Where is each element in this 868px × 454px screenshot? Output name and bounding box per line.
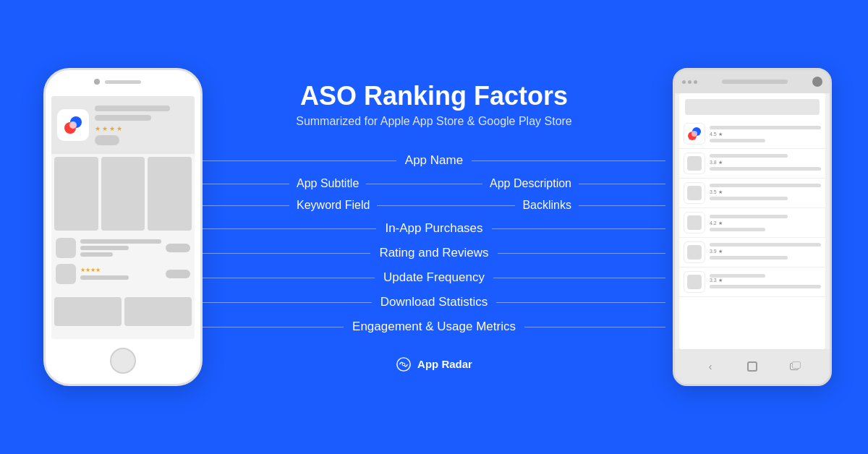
app-name-bar-2 — [95, 115, 151, 121]
app-info-left: ★ ★ ★ ★ — [95, 106, 189, 145]
factor-rating-reviews: Rating and Reviews — [289, 241, 579, 265]
android-list-item-4: 4.2 ★ — [679, 208, 825, 238]
factor-download-statistics: Download Statistics — [289, 290, 579, 314]
bottom-screens — [51, 294, 195, 329]
android-item-info-3: 3.5 ★ — [710, 184, 821, 202]
home-button — [110, 348, 136, 374]
android-bar-5b — [710, 256, 788, 260]
svg-point-5 — [402, 363, 405, 366]
factor-update-frequency: Update Frequency — [289, 265, 579, 290]
star: ★ — [95, 125, 101, 132]
stars-row-left: ★ ★ ★ ★ — [95, 125, 189, 132]
android-app-icon-1 — [684, 123, 705, 145]
center-content: ASO Ranking Factors Summarized for Apple… — [289, 82, 579, 372]
android-rating-1: 4.5 ★ — [710, 132, 821, 137]
android-list-item-5: 3.9 ★ — [679, 238, 825, 267]
factor-app-name: App Name — [289, 148, 579, 173]
android-app-icon-4 — [684, 212, 705, 234]
screenshots-section — [51, 154, 195, 234]
detail-bar-tiny — [80, 252, 113, 257]
app-name-bar — [95, 106, 170, 111]
android-rating-4: 4.2 ★ — [710, 220, 821, 226]
android-dots — [682, 80, 697, 84]
android-item-info-5: 3.9 ★ — [710, 243, 821, 262]
android-rating-2: 3.8 ★ — [710, 160, 821, 166]
bottom-screen-1 — [54, 297, 122, 326]
factor-engagement-metrics: Engagement & Usage Metrics — [289, 314, 579, 339]
android-bar-short — [710, 139, 765, 142]
android-search-bar — [685, 99, 820, 115]
android-list-item-6: 3.3 ★ — [679, 267, 825, 297]
phone-body-right: 4.5 ★ 3.8 ★ — [673, 68, 832, 386]
factor-subtitle-desc: App Subtitle App Description — [289, 173, 579, 194]
detail-info-1 — [80, 239, 161, 257]
main-container: ★ ★ ★ ★ — [0, 0, 868, 454]
android-rating-5: 3.9 ★ — [710, 249, 821, 254]
android-item-info-4: 4.2 ★ — [710, 215, 821, 231]
android-app-icon-5 — [684, 241, 705, 263]
factor-in-app-purchases: In-App Purchases — [289, 216, 579, 241]
app-radar-logo — [396, 356, 412, 372]
phone-body-left: ★ ★ ★ ★ — [43, 68, 203, 386]
bottom-screen-2 — [124, 297, 192, 326]
screen-left: ★ ★ ★ ★ — [51, 96, 195, 339]
factor-two-col-1: App Subtitle App Description — [289, 175, 579, 192]
brand-footer: App Radar — [289, 356, 579, 372]
star: ★ — [109, 125, 115, 132]
brand-name: App Radar — [417, 358, 472, 370]
detail-row-2: ★★★★ — [56, 264, 190, 284]
svg-point-8 — [692, 131, 697, 137]
android-dot-1 — [682, 80, 686, 84]
android-app-icon-2 — [684, 153, 705, 174]
android-bar — [710, 126, 821, 129]
detail-bar-short — [80, 246, 129, 250]
android-bar-5 — [710, 243, 821, 247]
screenshot-2 — [101, 157, 145, 231]
android-item-info-6: 3.3 ★ — [710, 274, 821, 291]
iphone-mockup-left: ★ ★ ★ ★ — [43, 68, 203, 386]
android-list-item-2: 3.8 ★ — [679, 149, 825, 179]
svg-point-3 — [69, 121, 77, 129]
get-button-mockup — [95, 135, 119, 145]
factor-two-col-2: Keyword Field Backlinks — [289, 197, 579, 214]
android-item-info-2: 3.8 ★ — [710, 154, 821, 173]
android-home-btn — [746, 362, 759, 371]
app-details-section: ★★★★ — [51, 234, 195, 294]
speaker-left — [105, 80, 141, 84]
android-bar-2b — [710, 167, 821, 171]
android-bar-4 — [710, 215, 788, 218]
android-camera — [812, 77, 822, 87]
android-bar-6b — [710, 285, 821, 288]
detail-btn-2 — [166, 270, 190, 278]
star: ★ — [102, 125, 108, 132]
android-bar-2 — [710, 154, 788, 158]
app-icon-left — [57, 109, 89, 141]
android-rating-3: 3.5 ★ — [710, 189, 821, 195]
android-bar-3b — [710, 197, 788, 200]
detail-btn — [166, 244, 190, 252]
page-subtitle: Summarized for Apple App Store & Google … — [289, 115, 579, 128]
android-bottom-bar: ‹ — [675, 349, 830, 384]
android-app-icon-6 — [684, 271, 705, 293]
android-bar-4b — [710, 228, 765, 231]
app-header-left: ★ ★ ★ ★ — [51, 96, 195, 154]
detail-row-1 — [56, 238, 190, 258]
android-item-info-1: 4.5 ★ — [710, 126, 821, 142]
detail-bar — [80, 239, 161, 244]
camera-left — [94, 79, 100, 85]
android-list-item-1: 4.5 ★ — [679, 119, 825, 149]
detail-bar-2 — [80, 275, 129, 280]
android-mockup-right: 4.5 ★ 3.8 ★ — [673, 68, 832, 386]
detail-icon-2 — [56, 264, 76, 284]
android-app-icon-3 — [684, 182, 705, 204]
android-recents-btn — [788, 362, 801, 371]
android-back-btn: ‹ — [704, 362, 717, 371]
android-rating-6: 3.3 ★ — [710, 278, 821, 283]
android-dot-3 — [694, 80, 697, 84]
android-top-bar — [675, 70, 830, 93]
detail-info-2: ★★★★ — [80, 267, 161, 282]
android-dot-2 — [688, 80, 692, 84]
screenshot-1 — [54, 157, 98, 231]
factor-keyword-backlinks: Keyword Field Backlinks — [289, 194, 579, 216]
android-list-item-3: 3.5 ★ — [679, 179, 825, 208]
